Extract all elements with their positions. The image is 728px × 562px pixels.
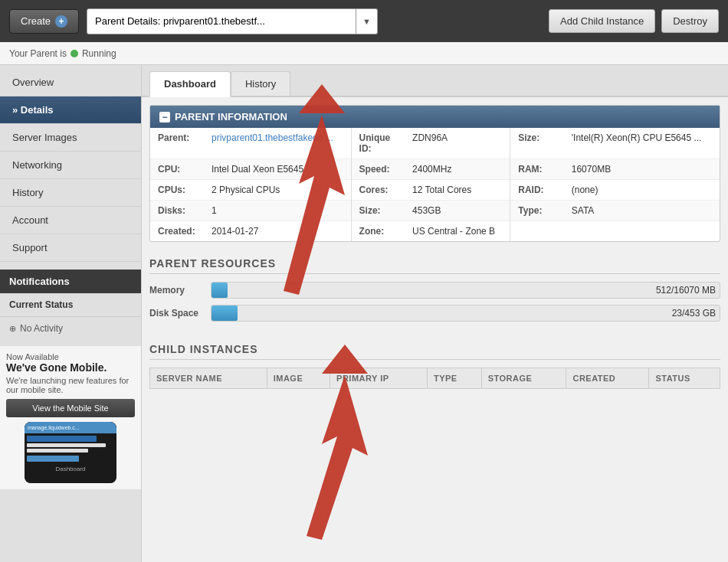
phone-preview: manage.liquidweb.c... Dashboard bbox=[25, 422, 116, 483]
value-zone: US Central - Zone B bbox=[405, 221, 510, 242]
add-child-instance-button[interactable]: Add Child Instance bbox=[549, 9, 655, 33]
promo-title: We've Gone Mobile. bbox=[6, 361, 135, 374]
value-created: 2014-01-27 bbox=[204, 221, 351, 242]
collapse-icon[interactable]: − bbox=[159, 112, 170, 123]
status-bar: Your Parent is Running bbox=[0, 42, 728, 65]
parent-info-panel: − PARENT INFORMATION Parent: privparent0… bbox=[149, 105, 720, 242]
memory-label: Memory bbox=[149, 285, 203, 296]
sidebar-item-support[interactable]: Support bbox=[0, 234, 141, 262]
label-cpu: CPU: bbox=[150, 159, 204, 180]
parent-link[interactable]: privparent01.thebestfakedo ... bbox=[212, 132, 333, 143]
label-disks: Disks: bbox=[150, 201, 204, 221]
label-zone: Zone: bbox=[351, 221, 405, 242]
col-image: IMAGE bbox=[267, 368, 330, 389]
label-cpus: CPUs: bbox=[150, 180, 204, 201]
value-disk-size: 453GB bbox=[405, 201, 510, 221]
create-button[interactable]: Create + bbox=[9, 9, 79, 34]
panel-header-parent-info: − PARENT INFORMATION bbox=[150, 106, 720, 128]
col-primary-ip: PRIMARY IP bbox=[330, 368, 428, 389]
panel-title-parent-info: PARENT INFORMATION bbox=[175, 111, 287, 123]
label-type: Type: bbox=[510, 201, 564, 221]
value-parent: privparent01.thebestfakedo ... bbox=[204, 128, 351, 159]
server-select-input[interactable] bbox=[87, 8, 356, 34]
table-row: CPUs: 2 Physical CPUs Cores: 12 Total Co… bbox=[150, 180, 720, 201]
value-ram: 16070MB bbox=[564, 159, 720, 180]
label-size: Size: bbox=[510, 128, 564, 159]
no-activity-icon: ⊕ bbox=[9, 324, 16, 334]
sidebar-item-history[interactable]: History bbox=[0, 179, 141, 207]
content-area: Dashboard History − PARENT INFORMATION P… bbox=[142, 65, 728, 562]
no-activity: ⊕ No Activity bbox=[0, 317, 141, 340]
label-ram: RAM: bbox=[510, 159, 564, 180]
disk-value: 23/453 GB bbox=[672, 308, 716, 319]
sidebar-item-networking[interactable]: Networking bbox=[0, 152, 141, 179]
child-instances-section: CHILD INSTANCES SERVER NAME IMAGE PRIMAR… bbox=[142, 335, 728, 397]
sidebar-item-details[interactable]: Details bbox=[0, 96, 141, 124]
tab-dashboard[interactable]: Dashboard bbox=[149, 71, 231, 97]
resources-title: PARENT RESOURCES bbox=[149, 257, 720, 274]
top-bar: Create + ▼ Add Child Instance Destroy bbox=[0, 0, 728, 42]
plus-icon: + bbox=[55, 15, 67, 28]
mobile-promo: Now Available We've Gone Mobile. We're l… bbox=[0, 346, 141, 489]
label-unique-id: Unique ID: bbox=[351, 128, 405, 159]
server-dropdown-arrow[interactable]: ▼ bbox=[356, 8, 378, 34]
disk-resource-row: Disk Space 23/453 GB bbox=[149, 305, 720, 322]
status-text: Running bbox=[82, 48, 116, 59]
sidebar-item-overview[interactable]: Overview bbox=[0, 69, 141, 96]
memory-resource-row: Memory 512/16070 MB bbox=[149, 282, 720, 299]
table-row: Created: 2014-01-27 Zone: US Central - Z… bbox=[150, 221, 720, 242]
status-dot bbox=[71, 50, 78, 57]
tabs: Dashboard History bbox=[142, 65, 728, 97]
label-cores: Cores: bbox=[351, 180, 405, 201]
tab-history[interactable]: History bbox=[231, 71, 290, 96]
sidebar-item-server-images[interactable]: Server Images bbox=[0, 124, 141, 152]
child-instances-title: CHILD INSTANCES bbox=[149, 343, 720, 360]
disk-bar-container: 23/453 GB bbox=[211, 305, 720, 322]
resources-section: PARENT RESOURCES Memory 512/16070 MB Dis… bbox=[142, 250, 728, 335]
label-raid: RAID: bbox=[510, 180, 564, 201]
child-instances-table: SERVER NAME IMAGE PRIMARY IP TYPE STORAG… bbox=[149, 368, 720, 389]
value-cpu: Intel Dual Xeon E5645 bbox=[204, 159, 351, 180]
server-dropdown-wrapper: ▼ bbox=[87, 8, 378, 34]
col-type: TYPE bbox=[427, 368, 481, 389]
status-prefix: Your Parent is bbox=[9, 48, 67, 59]
main-layout: Overview Details Server Images Networkin… bbox=[0, 65, 728, 562]
label-disk-size: Size: bbox=[351, 201, 405, 221]
disk-bar bbox=[212, 306, 238, 321]
table-row: CPU: Intel Dual Xeon E5645 Speed: 2400MH… bbox=[150, 159, 720, 180]
promo-sub: We're launching new features for our mob… bbox=[6, 376, 135, 394]
table-row: Disks: 1 Size: 453GB Type: SATA bbox=[150, 201, 720, 221]
table-row: Parent: privparent01.thebestfakedo ... U… bbox=[150, 128, 720, 159]
sidebar: Overview Details Server Images Networkin… bbox=[0, 65, 142, 562]
no-activity-text: No Activity bbox=[20, 323, 63, 334]
value-type: SATA bbox=[564, 201, 720, 221]
col-storage: STORAGE bbox=[481, 368, 566, 389]
value-disks: 1 bbox=[204, 201, 351, 221]
view-mobile-site-button[interactable]: View the Mobile Site bbox=[6, 399, 135, 417]
empty-cell-2 bbox=[564, 221, 720, 242]
label-created: Created: bbox=[150, 221, 204, 242]
table-header-row: SERVER NAME IMAGE PRIMARY IP TYPE STORAG… bbox=[150, 368, 720, 389]
label-parent: Parent: bbox=[150, 128, 204, 159]
sidebar-item-account[interactable]: Account bbox=[0, 207, 141, 234]
label-speed: Speed: bbox=[351, 159, 405, 180]
value-size: 'Intel(R) Xeon(R) CPU E5645 ... bbox=[564, 128, 720, 159]
col-status: STATUS bbox=[649, 368, 720, 389]
memory-value: 512/16070 MB bbox=[656, 285, 716, 296]
create-label: Create bbox=[21, 15, 51, 27]
value-cpus: 2 Physical CPUs bbox=[204, 180, 351, 201]
promo-eyebrow: Now Available bbox=[6, 352, 135, 361]
value-raid: (none) bbox=[564, 180, 720, 201]
parent-info-table: Parent: privparent01.thebestfakedo ... U… bbox=[150, 128, 720, 241]
destroy-button[interactable]: Destroy bbox=[661, 9, 719, 33]
col-created: CREATED bbox=[566, 368, 649, 389]
value-unique-id: ZDN96A bbox=[405, 128, 510, 159]
notifications-header: Notifications bbox=[0, 270, 141, 293]
value-speed: 2400MHz bbox=[405, 159, 510, 180]
memory-bar bbox=[212, 283, 228, 298]
memory-bar-container: 512/16070 MB bbox=[211, 282, 720, 299]
current-status-label: Current Status bbox=[0, 293, 141, 317]
col-server-name: SERVER NAME bbox=[150, 368, 267, 389]
disk-label: Disk Space bbox=[149, 308, 203, 319]
top-actions: Add Child Instance Destroy bbox=[549, 9, 719, 33]
